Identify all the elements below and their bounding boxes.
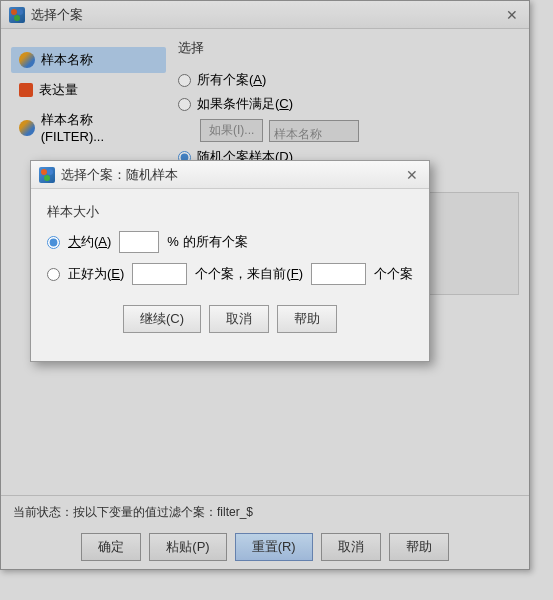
approx-percent-input[interactable] — [119, 231, 159, 253]
exact-from-label: 个个案，来自前(F) — [195, 265, 303, 283]
sub-dialog-random-sample: 选择个案：随机样本 ✕ 样本大小 大约(A) % 的所有个案 正好为(E) 个个… — [30, 160, 430, 362]
sub-window-icon — [39, 167, 55, 183]
sub-title-left: 选择个案：随机样本 — [39, 166, 178, 184]
sub-continue-button[interactable]: 继续(C) — [123, 305, 201, 333]
radio-exactly[interactable] — [47, 268, 60, 281]
approx-suffix-label: % 的所有个案 — [167, 233, 247, 251]
svg-point-3 — [41, 169, 47, 175]
sub-radio-row-approx: 大约(A) % 的所有个案 — [47, 231, 413, 253]
exact-total-suffix: 个个案 — [374, 265, 413, 283]
svg-point-4 — [47, 169, 53, 175]
sub-title-bar: 选择个案：随机样本 ✕ — [31, 161, 429, 189]
radio-exact-label: 正好为(E) — [68, 265, 124, 283]
sub-dialog-title: 选择个案：随机样本 — [61, 166, 178, 184]
sub-radio-row-exact: 正好为(E) 个个案，来自前(F) 个个案 — [47, 263, 413, 285]
radio-approx-label: 大约(A) — [68, 233, 111, 251]
exact-count-input[interactable] — [132, 263, 187, 285]
svg-point-5 — [44, 175, 50, 181]
sub-help-button[interactable]: 帮助 — [277, 305, 337, 333]
sample-size-title: 样本大小 — [47, 203, 413, 221]
sub-close-button[interactable]: ✕ — [403, 166, 421, 184]
exact-total-input[interactable] — [311, 263, 366, 285]
sub-dialog-content: 样本大小 大约(A) % 的所有个案 正好为(E) 个个案，来自前(F) 个个案… — [31, 189, 429, 361]
radio-approximately[interactable] — [47, 236, 60, 249]
sub-cancel-button[interactable]: 取消 — [209, 305, 269, 333]
sub-bottom-buttons: 继续(C) 取消 帮助 — [47, 295, 413, 347]
